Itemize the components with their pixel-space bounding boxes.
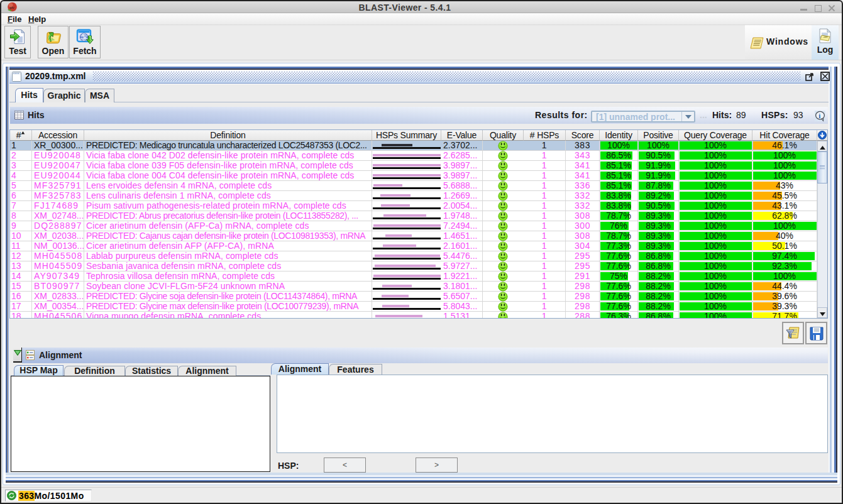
svg-text:i: i bbox=[818, 112, 820, 119]
